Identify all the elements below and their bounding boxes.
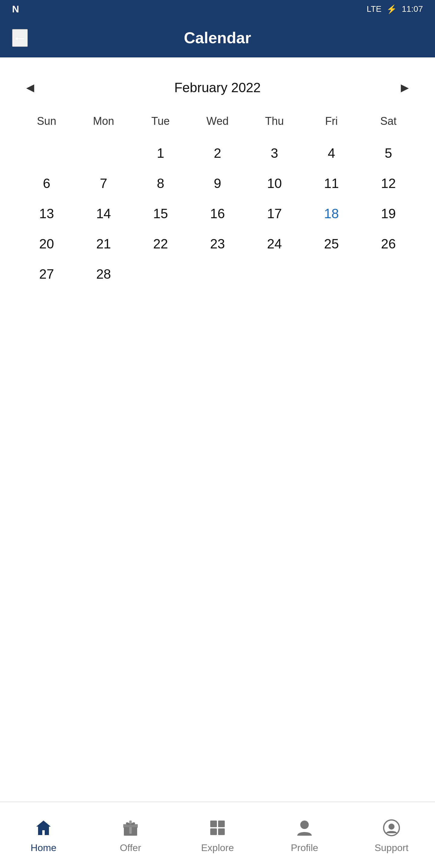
profile-icon xyxy=(294,817,315,839)
day-header-thu: Thu xyxy=(246,115,303,133)
svg-rect-5 xyxy=(218,820,225,827)
offer-icon xyxy=(120,817,141,839)
day-10[interactable]: 10 xyxy=(246,173,303,194)
svg-rect-7 xyxy=(218,829,225,835)
offer-label: Offer xyxy=(120,842,141,854)
svg-rect-6 xyxy=(210,829,217,835)
day-27[interactable]: 27 xyxy=(18,264,75,285)
day-3[interactable]: 3 xyxy=(246,143,303,164)
calendar-wrapper: ◄ February 2022 ► Sun Mon Tue Wed Thu Fr… xyxy=(0,57,435,297)
day-header-wed: Wed xyxy=(189,115,246,133)
status-bar: N LTE ⚡ 11:07 xyxy=(0,0,435,18)
day-17[interactable]: 17 xyxy=(246,203,303,224)
day-18[interactable]: 18 xyxy=(303,203,360,224)
next-month-button[interactable]: ► xyxy=(393,75,417,100)
month-navigation: ◄ February 2022 ► xyxy=(18,75,417,100)
day-header-fri: Fri xyxy=(303,115,360,133)
bottom-navigation: Home Offer Explore xyxy=(0,802,435,868)
profile-label: Profile xyxy=(291,842,319,854)
day-24[interactable]: 24 xyxy=(246,233,303,254)
day-14[interactable]: 14 xyxy=(75,203,132,224)
explore-label: Explore xyxy=(201,842,234,854)
app-icon: N xyxy=(12,4,19,15)
support-label: Support xyxy=(375,842,408,854)
page-header: ← Calendar xyxy=(0,18,435,57)
battery-icon: ⚡ xyxy=(387,4,397,14)
day-25[interactable]: 25 xyxy=(303,233,360,254)
back-button[interactable]: ← xyxy=(12,29,28,47)
day-header-sat: Sat xyxy=(360,115,417,133)
day-empty xyxy=(303,264,360,285)
day-empty xyxy=(18,143,75,164)
day-28[interactable]: 28 xyxy=(75,264,132,285)
support-icon xyxy=(380,817,402,839)
day-21[interactable]: 21 xyxy=(75,233,132,254)
day-20[interactable]: 20 xyxy=(18,233,75,254)
day-23[interactable]: 23 xyxy=(189,233,246,254)
nav-item-profile[interactable]: Profile xyxy=(274,817,335,854)
day-empty xyxy=(189,264,246,285)
day-19[interactable]: 19 xyxy=(360,203,417,224)
day-13[interactable]: 13 xyxy=(18,203,75,224)
day-16[interactable]: 16 xyxy=(189,203,246,224)
home-label: Home xyxy=(31,842,56,854)
svg-rect-3 xyxy=(123,824,138,827)
day-7[interactable]: 7 xyxy=(75,173,132,194)
day-1[interactable]: 1 xyxy=(132,143,189,164)
svg-point-8 xyxy=(300,820,309,829)
nav-item-home[interactable]: Home xyxy=(13,817,74,854)
day-empty xyxy=(132,264,189,285)
nav-item-support[interactable]: Support xyxy=(361,817,422,854)
day-12[interactable]: 12 xyxy=(360,173,417,194)
day-9[interactable]: 9 xyxy=(189,173,246,194)
day-empty xyxy=(75,143,132,164)
day-11[interactable]: 11 xyxy=(303,173,360,194)
day-26[interactable]: 26 xyxy=(360,233,417,254)
day-empty xyxy=(360,264,417,285)
day-5[interactable]: 5 xyxy=(360,143,417,164)
calendar-section: ◄ February 2022 ► Sun Mon Tue Wed Thu Fr… xyxy=(0,57,435,802)
status-indicators: LTE ⚡ 11:07 xyxy=(367,4,423,14)
nav-item-offer[interactable]: Offer xyxy=(100,817,161,854)
day-4[interactable]: 4 xyxy=(303,143,360,164)
svg-point-10 xyxy=(389,824,395,830)
day-2[interactable]: 2 xyxy=(189,143,246,164)
day-header-sun: Sun xyxy=(18,115,75,133)
explore-icon xyxy=(207,817,228,839)
svg-rect-4 xyxy=(210,820,217,827)
clock: 11:07 xyxy=(402,4,423,14)
prev-month-button[interactable]: ◄ xyxy=(18,75,42,100)
nav-item-explore[interactable]: Explore xyxy=(187,817,248,854)
day-empty xyxy=(246,264,303,285)
page-title: Calendar xyxy=(184,29,251,47)
signal-indicator: LTE xyxy=(367,4,381,14)
day-header-mon: Mon xyxy=(75,115,132,133)
day-22[interactable]: 22 xyxy=(132,233,189,254)
calendar-grid: Sun Mon Tue Wed Thu Fri Sat 1 2 3 4 5 6 … xyxy=(18,115,417,285)
home-icon xyxy=(33,817,55,839)
day-header-tue: Tue xyxy=(132,115,189,133)
month-year-label: February 2022 xyxy=(174,80,261,95)
day-15[interactable]: 15 xyxy=(132,203,189,224)
day-8[interactable]: 8 xyxy=(132,173,189,194)
day-6[interactable]: 6 xyxy=(18,173,75,194)
